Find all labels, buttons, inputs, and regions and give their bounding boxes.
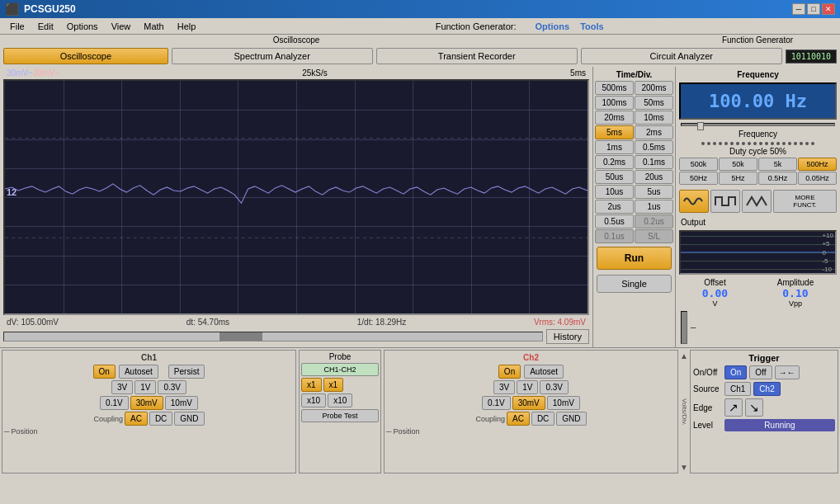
menu-right-tools[interactable]: Tools (580, 21, 604, 31)
more-funct-button[interactable]: MOREFUNCT. (773, 190, 837, 213)
probe-x1-ch2[interactable]: x1 (323, 378, 344, 392)
ch1-pos-label: ─ (4, 427, 9, 436)
probe-x10-ch1[interactable]: x10 (301, 393, 326, 407)
freq-btn-50hz[interactable]: 50Hz (679, 172, 718, 185)
tab-circuit[interactable]: Circuit Analyzer (581, 48, 782, 64)
ch1-volt-1v[interactable]: 1V (134, 380, 156, 394)
wave-btn-sine[interactable] (679, 190, 709, 213)
time-btn-2us[interactable]: 2us (595, 200, 634, 214)
ch1-autoset-button[interactable]: Autoset (119, 365, 158, 379)
trig-on-button[interactable]: On (724, 365, 747, 379)
ch2-coupling-label: Coupling (475, 415, 505, 423)
freq-btn-0.5hz[interactable]: 0.5Hz (758, 172, 797, 185)
ch1-volt-30mv[interactable]: 30mV (130, 396, 163, 410)
menu-edit[interactable]: Edit (31, 20, 60, 33)
time-btn-10ms[interactable]: 10ms (635, 111, 673, 125)
ch2-on-button[interactable]: On (498, 365, 521, 379)
menu-file[interactable]: File (3, 20, 31, 33)
time-btn-5ms[interactable]: 5ms (595, 125, 634, 139)
probe-x10-ch2[interactable]: x10 (328, 393, 352, 407)
time-btn-100ms[interactable]: 100ms (595, 96, 634, 110)
ch2-ac-button[interactable]: AC (507, 412, 530, 426)
ch2-volt-1v[interactable]: 1V (517, 380, 538, 394)
tab-transient[interactable]: Transient Recorder (376, 48, 578, 64)
freq-btn-5k[interactable]: 5k (758, 158, 797, 171)
ch1-volt-10mv[interactable]: 10mV (165, 396, 198, 410)
time-btn-0.5ms[interactable]: 0.5ms (635, 140, 673, 154)
probe-x1-ch1[interactable]: x1 (301, 378, 322, 392)
freq-btn-0.05hz[interactable]: 0.05Hz (798, 172, 837, 185)
ch1-volt-0.1v[interactable]: 0.1V (100, 396, 129, 410)
ch1-ac-button[interactable]: AC (125, 412, 148, 426)
time-btn-0.2ms[interactable]: 0.2ms (595, 155, 634, 169)
ch1-gnd-button[interactable]: GND (174, 412, 204, 426)
ch2-autoset-button[interactable]: Autoset (524, 365, 564, 379)
waveform-buttons: MOREFUNCT. (679, 190, 837, 213)
ch2-volt-0.3v[interactable]: 0.3V (540, 380, 569, 394)
sample-rate-label: 25kS/s (302, 68, 328, 78)
time-btn-sl[interactable]: S/L (635, 229, 673, 243)
freq-btn-5hz[interactable]: 5Hz (719, 172, 757, 185)
wave-btn-triangle[interactable] (742, 190, 772, 213)
time-btn-0.1us[interactable]: 0.1us (595, 229, 634, 243)
time-btn-5us[interactable]: 5us (635, 185, 673, 199)
history-button[interactable]: History (546, 329, 589, 344)
osc-scrollbar[interactable] (3, 332, 543, 341)
ch2-volt-10mv[interactable]: 10mV (547, 396, 580, 410)
ch2-gnd-button[interactable]: GND (556, 412, 586, 426)
probe-test-button[interactable]: Probe Test (301, 409, 379, 422)
ch1-on-button[interactable]: On (93, 365, 116, 379)
freq-btn-50k[interactable]: 50k (719, 158, 757, 171)
amplitude-slider[interactable] (681, 311, 687, 344)
time-btn-1us[interactable]: 1us (635, 200, 673, 214)
trig-ch2-button[interactable]: Ch2 (753, 382, 780, 396)
single-button[interactable]: Single (597, 275, 672, 293)
ch2-pos-label: ─ (386, 427, 391, 436)
persist-button[interactable]: Persist (168, 365, 205, 379)
time-btn-50us[interactable]: 50us (595, 170, 634, 184)
time-btn-10us[interactable]: 10us (595, 185, 634, 199)
time-label: 5ms (570, 68, 586, 78)
trig-ch1-button[interactable]: Ch1 (724, 382, 751, 396)
time-btn-500ms[interactable]: 500ms (595, 81, 634, 95)
time-btn-0.1ms[interactable]: 0.1ms (635, 155, 673, 169)
close-button[interactable]: ✕ (822, 3, 835, 15)
freq-btn-500hz[interactable]: 500Hz (798, 158, 837, 171)
trig-edge-down-button[interactable]: ↘ (745, 398, 763, 417)
menu-view[interactable]: View (105, 20, 138, 33)
minimize-button[interactable]: ─ (792, 3, 805, 15)
tab-oscilloscope[interactable]: Oscilloscope (3, 48, 168, 64)
ch1-panel: Ch1 On Autoset Persist 3V 1V 0.3V 0.1V 3… (2, 350, 296, 473)
menu-options[interactable]: Options (60, 20, 105, 33)
run-button[interactable]: Run (597, 247, 672, 270)
trig-off-button[interactable]: Off (749, 365, 772, 379)
tab-spectrum[interactable]: Spectrum Analyzer (172, 48, 373, 64)
menu-right-options[interactable]: Options (536, 21, 570, 31)
time-btn-2ms[interactable]: 2ms (635, 125, 673, 139)
freq-btn-500k[interactable]: 500k (679, 158, 718, 171)
menu-help[interactable]: Help (171, 20, 203, 33)
trig-arrow-button[interactable]: →← (775, 365, 800, 379)
time-btn-0.2us[interactable]: 0.2us (635, 214, 673, 228)
wave-btn-square[interactable] (710, 190, 740, 213)
output-level-n10: -10 (822, 266, 833, 273)
time-btn-0.5us[interactable]: 0.5us (595, 214, 634, 228)
ch2-volt-30mv[interactable]: 30mV (512, 396, 545, 410)
ch1-ch2-mix-button[interactable]: CH1-CH2 (301, 363, 379, 376)
time-btn-20us[interactable]: 20us (635, 170, 673, 184)
output-labels: +10 +5 0 -5 -10 (822, 232, 833, 273)
ch2-dc-button[interactable]: DC (531, 412, 554, 426)
ch1-dc-button[interactable]: DC (149, 412, 172, 426)
ch2-volt-0.1v[interactable]: 0.1V (482, 396, 511, 410)
time-btn-20ms[interactable]: 20ms (595, 111, 634, 125)
maximize-button[interactable]: □ (807, 3, 820, 15)
trig-edge-up-button[interactable]: ↗ (724, 398, 743, 417)
time-btn-1ms[interactable]: 1ms (595, 140, 634, 154)
time-btn-50ms[interactable]: 50ms (635, 96, 673, 110)
ch1-volt-0.3v[interactable]: 0.3V (158, 380, 186, 394)
time-btn-200ms[interactable]: 200ms (635, 81, 673, 95)
freq-slider[interactable] (681, 123, 835, 126)
menu-math[interactable]: Math (137, 20, 170, 33)
ch2-volt-3v[interactable]: 3V (493, 380, 515, 394)
ch1-volt-3v[interactable]: 3V (111, 380, 133, 394)
